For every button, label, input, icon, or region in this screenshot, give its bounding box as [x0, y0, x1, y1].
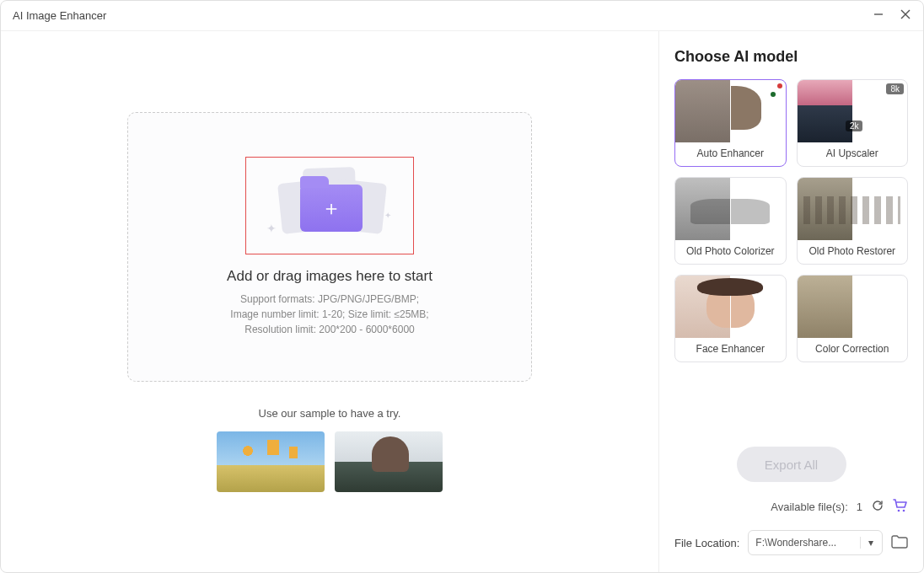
folder-stack-icon: ✦ ✦ ＋	[275, 173, 384, 238]
dropzone-heading: Add or drag images here to start	[227, 268, 432, 285]
model-thumb-auto	[675, 80, 786, 142]
minimize-button[interactable]	[873, 8, 884, 23]
model-label: AI Upscaler	[798, 142, 908, 166]
tag-2k: 2k	[846, 120, 863, 131]
file-location-value: F:\Wondershare...	[755, 537, 836, 549]
file-location-label: File Location:	[674, 537, 739, 549]
cart-icon[interactable]	[893, 499, 908, 515]
svg-point-4	[903, 510, 905, 512]
refresh-icon[interactable]	[871, 499, 884, 515]
dropzone-limits: Image number limit: 1-20; Size limit: ≤2…	[230, 307, 428, 322]
model-thumb-colorizer	[675, 178, 786, 240]
model-label: Old Photo Restorer	[798, 240, 908, 264]
dropzone-resolution: Resolution limit: 200*200 - 6000*6000	[244, 322, 414, 337]
model-thumb-color	[798, 276, 908, 338]
window-title: AI Image Enhancer	[13, 9, 873, 22]
model-thumb-restorer	[798, 178, 908, 240]
file-location-select[interactable]: F:\Wondershare... ▾	[748, 530, 883, 555]
right-panel: Choose AI model Auto Enhancer 2k 8k AI U…	[658, 31, 923, 572]
left-pane: ✦ ✦ ＋ Add or drag images here to start S…	[1, 31, 658, 572]
app-window: AI Image Enhancer ✦ ✦	[0, 0, 924, 573]
chevron-down-icon: ▾	[860, 537, 875, 549]
model-face-enhancer[interactable]: Face Enhancer	[674, 275, 787, 362]
sample-image-1[interactable]	[217, 431, 325, 492]
available-files-row: Available file(s): 1	[674, 499, 908, 515]
main: ✦ ✦ ＋ Add or drag images here to start S…	[1, 31, 923, 572]
available-files-count: 1	[857, 501, 862, 513]
model-grid: Auto Enhancer 2k 8k AI Upscaler Old Phot…	[674, 79, 908, 362]
model-label: Color Correction	[798, 338, 908, 361]
model-color-correction[interactable]: Color Correction	[797, 275, 909, 362]
model-label: Old Photo Colorizer	[675, 240, 786, 264]
model-old-photo-restorer[interactable]: Old Photo Restorer	[797, 177, 909, 265]
tag-8k: 8k	[886, 83, 904, 94]
svg-point-3	[898, 510, 900, 512]
folder-plus-icon: ＋	[300, 185, 363, 232]
export-all-button[interactable]: Export All	[737, 447, 846, 482]
window-controls	[873, 8, 911, 23]
close-button[interactable]	[900, 8, 911, 23]
dropzone[interactable]: ✦ ✦ ＋ Add or drag images here to start S…	[127, 112, 532, 382]
titlebar: AI Image Enhancer	[1, 1, 923, 31]
sample-row	[217, 431, 443, 492]
sample-image-2[interactable]	[335, 431, 443, 492]
available-files-label: Available file(s):	[771, 501, 848, 513]
model-thumb-face	[675, 276, 786, 338]
file-location-row: File Location: F:\Wondershare... ▾	[674, 530, 908, 555]
model-label: Auto Enhancer	[675, 142, 786, 166]
panel-title: Choose AI model	[674, 48, 908, 66]
model-auto-enhancer[interactable]: Auto Enhancer	[674, 79, 787, 167]
browse-folder-button[interactable]	[891, 535, 908, 551]
sample-label: Use our sample to have a try.	[259, 407, 401, 420]
model-ai-upscaler[interactable]: 2k 8k AI Upscaler	[797, 79, 909, 167]
model-label: Face Enhancer	[675, 338, 786, 361]
dropzone-formats: Support formats: JPG/PNG/JPEG/BMP;	[240, 292, 419, 307]
model-old-photo-colorizer[interactable]: Old Photo Colorizer	[674, 177, 787, 265]
dropzone-illustration: ✦ ✦ ＋	[245, 157, 414, 254]
model-thumb-upscaler: 2k 8k	[798, 80, 908, 142]
